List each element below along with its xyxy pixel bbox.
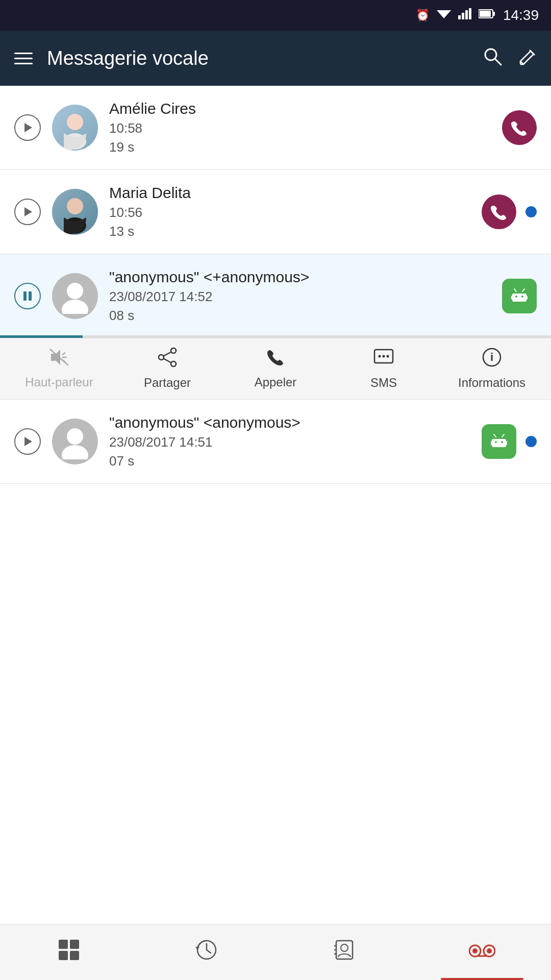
svg-rect-2 xyxy=(462,13,464,19)
top-bar-actions xyxy=(483,46,537,70)
status-icons: ⏰ 14:39 xyxy=(416,7,539,23)
vm-actions-right-1 xyxy=(502,110,537,145)
svg-rect-4 xyxy=(469,8,471,19)
apps-icon xyxy=(58,939,80,966)
svg-rect-24 xyxy=(511,296,513,300)
default-avatar-4 xyxy=(52,419,98,464)
alarm-icon: ⏰ xyxy=(416,9,430,22)
svg-point-27 xyxy=(521,296,523,298)
sms-label: SMS xyxy=(370,376,397,390)
history-icon xyxy=(195,939,218,966)
svg-rect-25 xyxy=(525,296,528,300)
nav-history[interactable] xyxy=(138,924,276,980)
progress-fill-3 xyxy=(0,335,83,338)
call-action-label: Appeler xyxy=(255,375,297,389)
svg-point-35 xyxy=(171,348,176,353)
svg-rect-7 xyxy=(480,11,491,17)
svg-marker-16 xyxy=(24,207,32,216)
sms-button[interactable]: SMS xyxy=(348,348,419,390)
share-icon xyxy=(157,348,178,372)
svg-point-22 xyxy=(62,300,88,314)
avatar-2 xyxy=(52,189,98,235)
play-button-2[interactable] xyxy=(14,199,41,225)
svg-rect-49 xyxy=(492,439,506,447)
svg-rect-51 xyxy=(505,441,507,445)
android-badge-3 xyxy=(502,279,537,313)
svg-marker-46 xyxy=(24,437,32,446)
svg-point-21 xyxy=(67,283,83,299)
signal-icon xyxy=(458,8,471,22)
svg-line-9 xyxy=(495,59,501,65)
voicemail-item-1[interactable]: Amélie Cires 10:58 19 s xyxy=(0,86,551,170)
page-title: Messagerie vocale xyxy=(47,47,468,69)
svg-marker-13 xyxy=(24,123,32,132)
menu-button[interactable] xyxy=(14,53,33,64)
svg-rect-6 xyxy=(493,12,495,16)
svg-rect-59 xyxy=(70,951,79,960)
vm-info-1: Amélie Cires 10:58 19 s xyxy=(109,100,494,155)
info-label: Informations xyxy=(458,376,525,390)
vm-actions-right-4 xyxy=(482,424,537,459)
pause-button-3[interactable] xyxy=(14,283,41,309)
battery-icon xyxy=(479,9,496,22)
svg-point-37 xyxy=(159,355,164,360)
svg-point-36 xyxy=(171,361,176,366)
avatar-4 xyxy=(52,419,98,464)
svg-line-28 xyxy=(514,289,516,291)
share-label: Partager xyxy=(144,376,191,390)
nav-contacts[interactable] xyxy=(276,924,413,980)
vm-info-3: "anonymous" <+anonymous> 23/08/2017 14:5… xyxy=(109,268,494,324)
search-button[interactable] xyxy=(483,46,502,70)
speaker-button[interactable]: Haut-parleur xyxy=(23,348,95,389)
svg-point-14 xyxy=(67,114,83,130)
status-time: 14:39 xyxy=(503,7,539,23)
voicemail-icon xyxy=(469,941,495,964)
call-button-1[interactable] xyxy=(502,110,537,145)
svg-rect-23 xyxy=(512,293,527,302)
play-button-4[interactable] xyxy=(14,428,41,455)
svg-point-52 xyxy=(495,441,497,443)
info-button[interactable]: i Informations xyxy=(456,348,528,390)
sms-icon xyxy=(373,348,394,372)
voicemail-item-4[interactable]: "anonymous" <anonymous> 23/08/2017 14:51… xyxy=(0,400,551,484)
svg-marker-0 xyxy=(437,10,451,18)
svg-rect-57 xyxy=(70,940,79,949)
svg-point-47 xyxy=(67,428,83,445)
svg-rect-56 xyxy=(59,940,68,949)
voicemail-item-2[interactable]: Maria Delita 10:56 13 s xyxy=(0,170,551,254)
svg-rect-19 xyxy=(23,291,27,301)
svg-line-39 xyxy=(164,359,171,363)
vm-name-2: Maria Delita xyxy=(109,184,473,202)
progress-bar-3 xyxy=(0,335,551,338)
speaker-icon xyxy=(49,348,69,371)
svg-point-69 xyxy=(472,948,478,953)
call-action-button[interactable]: Appeler xyxy=(240,348,311,389)
vm-actions-right-2 xyxy=(482,194,537,229)
vm-info-4: "anonymous" <anonymous> 23/08/2017 14:51… xyxy=(109,414,473,469)
svg-rect-20 xyxy=(29,291,32,301)
vm-time-3: 23/08/2017 14:52 xyxy=(109,289,494,305)
svg-point-17 xyxy=(67,198,83,214)
svg-text:i: i xyxy=(490,351,493,363)
share-button[interactable]: Partager xyxy=(132,348,203,390)
android-badge-4 xyxy=(482,424,516,459)
nav-voicemail[interactable] xyxy=(413,924,551,980)
svg-point-42 xyxy=(383,355,385,358)
vm-name-3: "anonymous" <+anonymous> xyxy=(109,268,494,286)
top-bar: Messagerie vocale xyxy=(0,31,551,86)
edit-button[interactable] xyxy=(518,47,537,70)
play-button-1[interactable] xyxy=(14,114,41,141)
wifi-icon xyxy=(437,8,451,22)
voicemail-list: Amélie Cires 10:58 19 s xyxy=(0,86,551,484)
status-bar: ⏰ 14:39 xyxy=(0,0,551,31)
unread-dot-2 xyxy=(525,206,537,217)
vm-time-4: 23/08/2017 14:51 xyxy=(109,434,473,450)
svg-line-55 xyxy=(502,434,504,437)
avatar-1 xyxy=(52,105,98,151)
svg-rect-50 xyxy=(491,441,493,445)
svg-rect-3 xyxy=(465,10,468,19)
bottom-nav xyxy=(0,924,551,980)
nav-apps[interactable] xyxy=(0,924,138,980)
call-button-2[interactable] xyxy=(482,194,516,229)
voicemail-item-3[interactable]: "anonymous" <+anonymous> 23/08/2017 14:5… xyxy=(0,254,551,338)
